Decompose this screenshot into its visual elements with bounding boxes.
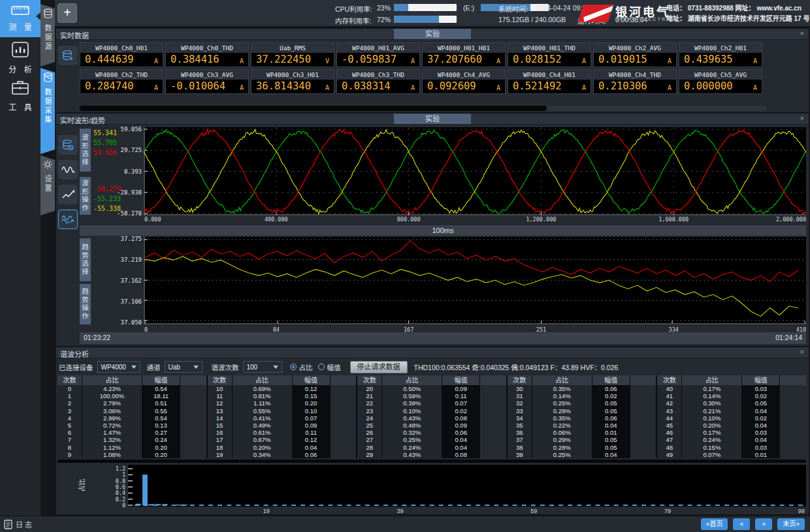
sidebar-item-measure[interactable]: 测 量 [0,0,40,37]
harmonic-row[interactable]: 1100.00%18.11 [57,392,206,399]
harmonic-row[interactable]: 380.28%0.05 [508,444,656,451]
subnav-tab-acquisition[interactable]: 数据采集 [40,68,55,154]
order-select[interactable]: 100 [243,361,282,373]
device-select[interactable]: WP4000 [97,361,140,373]
harmonic-row[interactable]: 210.59%0.11 [357,392,506,399]
datasource-button[interactable] [58,135,78,155]
wave-unit-bar: 100ms [80,225,806,236]
harmonic-row[interactable]: 400.17%0.03 [657,385,806,392]
add-tab-button[interactable]: + [57,3,77,23]
harmonic-row[interactable]: 350.22%0.04 [508,422,656,429]
harmonic-row[interactable]: 320.25%0.05 [508,399,656,407]
wave-select-tab[interactable]: 波形选择 [80,129,91,172]
cards-scrollbar-thumb[interactable] [80,106,547,111]
close-icon[interactable]: × [800,29,804,37]
harmonic-row[interactable]: 200.50%0.09 [357,385,506,392]
cursor-value: -55.233 [91,194,120,204]
harmonic-row[interactable]: 170.67%0.12 [208,436,357,443]
harmonic-table-header: 次数占比幅值 [57,375,206,385]
harmonic-row[interactable]: 340.35%0.06 [508,415,656,422]
harmonic-row[interactable]: 220.39%0.07 [357,399,506,407]
trend-operate-tab[interactable]: 趋势操作 [80,284,91,324]
sidebar-item-tools[interactable]: 工 具 [0,78,40,114]
harmonic-row[interactable]: 290.43%0.08 [357,451,506,458]
experiment-tab[interactable]: 实验 [394,29,471,39]
harmonic-row[interactable]: 390.25%0.04 [508,451,656,458]
harmonic-row[interactable]: 420.30%0.05 [657,399,806,407]
harmonic-row[interactable]: 42.99%0.54 [57,415,206,422]
add-datasource-button[interactable] [58,46,78,65]
harmonic-order: 16 [208,429,233,436]
amplitude-radio[interactable]: 幅值 [318,362,341,372]
stop-request-button[interactable]: 停止请求数据 [350,361,408,373]
harmonic-row[interactable]: 330.29%0.05 [508,407,656,415]
data-card: WP4000_Ch3_AVG-0.010064A [165,69,249,94]
first-page-button[interactable]: «首页 [701,518,728,530]
trend-select-tab[interactable]: 趋势选择 [80,238,91,281]
harmonic-row[interactable]: 250.48%0.09 [357,422,506,429]
harmonic-row[interactable]: 240.43%0.08 [357,415,506,422]
harmonic-row[interactable]: 71.32%0.24 [57,436,206,443]
harmonic-row[interactable]: 110.81%0.15 [208,392,357,399]
subnav-tab-datasource[interactable]: 数据源 [40,4,55,67]
harmonic-row[interactable]: 121.11%0.20 [208,399,357,407]
harmonic-row[interactable]: 150.49%0.09 [208,422,357,429]
harmonic-row[interactable]: 270.25%0.04 [357,436,506,443]
harmonic-row[interactable]: 410.14%0.02 [657,392,806,399]
subnav-tab-settings[interactable]: 设置 [40,155,55,215]
harmonic-row[interactable]: 280.24%0.04 [357,444,506,451]
harmonic-row[interactable]: 300.35%0.06 [508,385,656,392]
multi-wave-button[interactable] [58,210,78,229]
bar-plot-svg [128,465,806,507]
harmonic-row[interactable]: 260.32%0.06 [357,429,506,436]
harmonic-row[interactable]: 140.41%0.07 [208,415,357,422]
experiment-tab[interactable]: 实验 [394,114,471,124]
log-button[interactable]: 日 志 [4,519,32,529]
harmonic-row[interactable]: 81.12%0.20 [57,444,206,451]
harmonic-row[interactable]: 100.69%0.12 [208,385,357,392]
sidebar-item-analyze[interactable]: 分 析 [0,40,40,76]
harmonic-row[interactable]: 91.08%0.20 [57,451,206,458]
harmonic-row[interactable]: 360.06%0.01 [508,429,656,436]
last-page-button[interactable]: 末页» [777,518,805,530]
tables-scrollbar[interactable] [57,460,806,463]
harmonic-row[interactable]: 450.20%0.04 [657,422,806,429]
harmonic-row[interactable]: 480.15%0.03 [657,444,806,451]
harmonic-row[interactable]: 50.72%0.13 [57,422,206,429]
harmonic-row[interactable]: 22.79%0.51 [57,399,206,407]
harmonic-row[interactable]: 190.34%0.06 [208,451,357,458]
harmonic-order: 41 [657,392,682,399]
data-card: Uab_RMS37.222450V [251,42,334,67]
harmonic-row[interactable]: 370.29%0.05 [508,436,656,443]
harmonic-row[interactable]: 160.61%0.11 [208,429,357,436]
harmonic-row[interactable]: 490.07%0.01 [657,451,806,458]
sine-wave-button[interactable] [58,160,78,180]
wave-plot-svg [144,127,806,215]
close-icon[interactable]: × [800,114,804,122]
harmonic-row[interactable]: 61.47%0.27 [57,429,206,436]
prev-page-button[interactable]: « [733,518,750,530]
harmonic-row[interactable]: 440.10%0.02 [657,415,806,422]
harmonic-row[interactable]: 470.24%0.04 [657,436,806,443]
close-icon[interactable]: × [800,348,804,356]
trend-plot[interactable] [144,237,806,324]
wave-operate-tab[interactable]: 波形操作 [80,177,91,215]
harmonic-row[interactable]: 04.23%0.54 [57,385,206,392]
harmonic-filler [331,429,357,436]
card-unit: A [668,84,672,91]
ratio-radio[interactable]: 占比 [290,362,313,372]
trend-line-button[interactable] [58,185,78,204]
harmonic-ratio: 0.50% [382,385,442,392]
harmonic-row[interactable]: 180.20%0.04 [208,444,357,451]
harmonic-row[interactable]: 130.55%0.10 [208,407,357,415]
harmonic-row[interactable]: 310.14%0.02 [508,392,656,399]
channel-select[interactable]: Uab [165,361,202,373]
bar-plot[interactable] [128,465,806,507]
harmonic-row[interactable]: 33.06%0.55 [57,407,206,415]
harmonic-row[interactable]: 230.10%0.02 [357,407,506,415]
harmonic-row[interactable]: 430.21%0.04 [657,407,806,415]
next-page-button[interactable]: » [755,518,772,530]
wave-panel: 实时波形/趋势 实验 × [56,114,809,346]
harmonic-row[interactable]: 460.17%0.03 [657,429,806,436]
wave-plot[interactable] [144,127,806,215]
